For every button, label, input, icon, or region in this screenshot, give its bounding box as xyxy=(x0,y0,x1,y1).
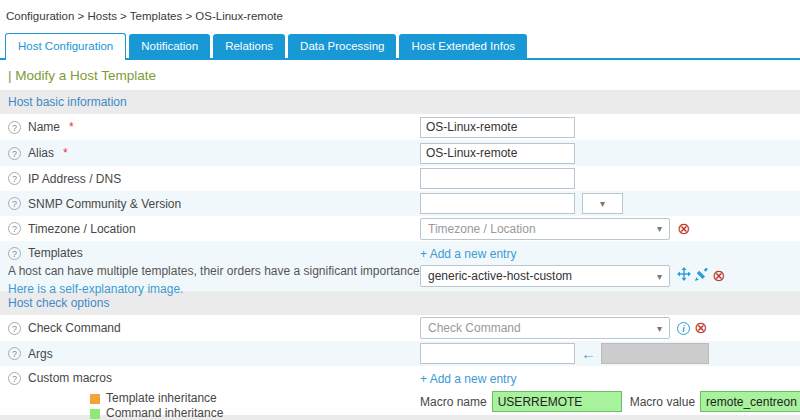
delete-icon[interactable]: ⊗ xyxy=(712,269,725,283)
required-asterisk: * xyxy=(63,146,68,160)
required-asterisk: * xyxy=(69,120,74,134)
macro-name-label: Macro name xyxy=(420,395,487,409)
help-icon[interactable]: ? xyxy=(8,222,21,235)
breadcrumb[interactable]: Configuration > Hosts > Templates > OS-L… xyxy=(0,0,800,24)
legend-template-inheritance: Template inheritance xyxy=(90,391,420,406)
check-command-placeholder: Check Command xyxy=(428,321,521,335)
macro-name-input[interactable] xyxy=(492,391,622,412)
delete-icon[interactable]: ⊗ xyxy=(677,222,690,236)
macro-value-label: Macro value xyxy=(630,395,695,409)
chevron-down-icon: ▾ xyxy=(657,271,662,282)
check-command-label: Check Command xyxy=(28,321,121,335)
timezone-select[interactable]: Timezone / Location ▾ xyxy=(420,218,670,240)
chevron-down-icon: ▾ xyxy=(657,323,662,334)
macro-inheritance-legend: Template inheritance Command inheritance xyxy=(90,391,420,420)
args-input[interactable] xyxy=(420,343,575,364)
macro-value-input[interactable] xyxy=(700,391,800,412)
field-row-args: ? Args ← xyxy=(0,341,800,366)
field-row-name: ? Name * xyxy=(0,114,800,140)
help-icon[interactable]: ? xyxy=(8,247,21,260)
help-icon[interactable]: ? xyxy=(8,197,21,210)
snmp-community-input[interactable] xyxy=(420,193,575,214)
field-row-custom-macros: ? Custom macros Template inheritance Com… xyxy=(0,366,800,413)
args-disabled-box xyxy=(601,343,709,364)
orange-swatch-icon xyxy=(90,394,100,404)
page-title: | Modify a Host Template xyxy=(0,60,800,90)
tab-data-processing[interactable]: Data Processing xyxy=(288,34,396,58)
field-row-timezone: ? Timezone / Location Timezone / Locatio… xyxy=(0,216,800,241)
chevron-down-icon: ▾ xyxy=(657,223,662,234)
templates-add-entry-link[interactable]: + Add a new entry xyxy=(420,247,516,261)
help-icon[interactable]: ? xyxy=(8,347,21,360)
help-icon[interactable]: ? xyxy=(8,322,21,335)
timezone-placeholder: Timezone / Location xyxy=(428,222,536,236)
info-icon[interactable]: i xyxy=(677,322,690,335)
ip-address-label: IP Address / DNS xyxy=(28,172,121,186)
help-icon[interactable]: ? xyxy=(8,121,21,134)
snmp-label: SNMP Community & Version xyxy=(28,197,181,211)
template-select[interactable]: generic-active-host-custom ▾ xyxy=(420,265,670,287)
legend-label: Command inheritance xyxy=(106,406,223,420)
help-icon[interactable]: ? xyxy=(8,372,21,385)
timezone-label: Timezone / Location xyxy=(28,222,136,236)
help-icon[interactable]: ? xyxy=(8,172,21,185)
ip-address-input[interactable] xyxy=(420,168,575,189)
chevron-down-icon: ▾ xyxy=(600,198,605,209)
tab-relations[interactable]: Relations xyxy=(213,34,285,58)
custom-macros-label: Custom macros xyxy=(28,371,112,385)
macro-entry-row: Macro name Macro value Password xyxy=(420,391,800,412)
green-swatch-icon xyxy=(90,409,100,419)
edit-pencil-icon[interactable] xyxy=(695,267,708,285)
help-icon[interactable]: ? xyxy=(8,147,21,160)
field-row-snmp: ? SNMP Community & Version ▾ xyxy=(0,191,800,216)
templates-help-link[interactable]: Here is a self-explanatory image. xyxy=(8,282,183,296)
legend-label: Template inheritance xyxy=(106,391,217,406)
name-input[interactable] xyxy=(420,117,575,138)
tab-host-extended-infos[interactable]: Host Extended Infos xyxy=(399,34,527,58)
field-row-alias: ? Alias * xyxy=(0,140,800,166)
macros-add-entry-link[interactable]: + Add a new entry xyxy=(420,372,516,386)
tab-bar: Host Configuration Notification Relation… xyxy=(0,33,800,60)
name-label: Name xyxy=(28,120,60,134)
check-command-select[interactable]: Check Command ▾ xyxy=(420,317,670,339)
templates-note: A host can have multiple templates, thei… xyxy=(8,264,420,279)
legend-command-inheritance: Command inheritance xyxy=(90,406,420,420)
delete-icon[interactable]: ⊗ xyxy=(694,321,707,335)
field-row-check-command: ? Check Command Check Command ▾ i ⊗ xyxy=(0,315,800,341)
templates-label: Templates xyxy=(28,246,83,260)
arrow-left-icon: ← xyxy=(581,345,596,362)
template-selected-value: generic-active-host-custom xyxy=(428,269,572,283)
args-label: Args xyxy=(28,347,53,361)
tab-notification[interactable]: Notification xyxy=(129,34,210,58)
move-icon[interactable] xyxy=(677,267,691,285)
field-row-templates: ? Templates A host can have multiple tem… xyxy=(0,241,800,291)
alias-label: Alias xyxy=(28,146,54,160)
alias-input[interactable] xyxy=(420,143,575,164)
tab-host-configuration[interactable]: Host Configuration xyxy=(5,33,126,60)
snmp-version-select[interactable]: ▾ xyxy=(582,193,623,214)
field-row-ip-address: ? IP Address / DNS xyxy=(0,166,800,191)
section-host-basic-information: Host basic information xyxy=(0,90,800,114)
